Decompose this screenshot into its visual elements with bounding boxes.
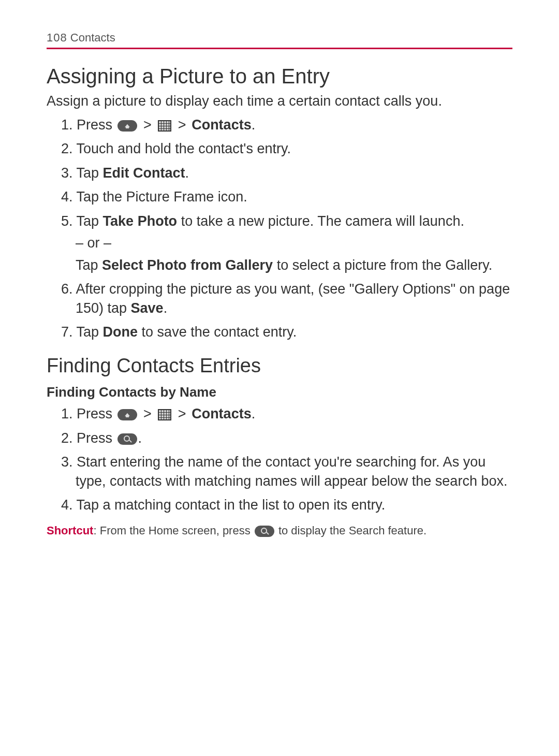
page-number: 108 xyxy=(47,31,67,44)
step-bold: Edit Contact xyxy=(103,165,185,181)
step-text: Touch and hold the contact's entry. xyxy=(77,141,291,156)
step-bold: Done xyxy=(103,324,138,340)
step-text: to select a picture from the Gallery. xyxy=(273,257,492,273)
shortcut-text: to display the Search feature. xyxy=(275,524,426,537)
step-number: 3. xyxy=(61,165,73,181)
step-bold: Contacts xyxy=(192,406,252,421)
shortcut-text: From the Home screen, press xyxy=(100,524,254,537)
step-text: Tap xyxy=(77,324,103,340)
step-bold: Save xyxy=(131,300,164,316)
step-bold: Contacts xyxy=(192,117,252,133)
step-text: Tap xyxy=(77,165,103,181)
step-text: Press xyxy=(77,117,116,133)
shortcut-sep: : xyxy=(93,524,99,537)
shortcut-label: Shortcut xyxy=(47,524,93,537)
page-header: 108 Contacts xyxy=(47,31,512,49)
step-number: 2. xyxy=(61,430,73,446)
step-text: Tap a matching contact in the list to op… xyxy=(77,497,386,513)
heading-finding-contacts: Finding Contacts Entries xyxy=(47,355,512,377)
chevron-right-icon: > xyxy=(174,117,190,133)
step-number: 4. xyxy=(61,497,73,513)
step-number: 6. xyxy=(61,281,73,297)
step-4: 4. Tap the Picture Frame icon. xyxy=(61,187,512,206)
or-separator: – or – xyxy=(76,234,512,252)
step-number: 1. xyxy=(61,406,73,421)
home-button-icon xyxy=(117,409,137,420)
steps-finding-contacts: 1. Press > > Contacts. 2. Press . 3. Sta… xyxy=(47,404,512,514)
step-bold: Select Photo from Gallery xyxy=(102,257,273,273)
step-number: 4. xyxy=(61,189,73,205)
apps-grid-icon xyxy=(158,409,171,420)
chevron-right-icon: > xyxy=(140,406,156,421)
step-text: . xyxy=(164,300,168,316)
step-text: Press xyxy=(77,430,116,446)
step-text: Start entering the name of the contact y… xyxy=(76,454,507,488)
step-text: . xyxy=(138,430,142,446)
step-3: 3. Tap Edit Contact. xyxy=(61,164,512,182)
step-text: Tap xyxy=(77,213,103,229)
subheading-finding-by-name: Finding Contacts by Name xyxy=(47,384,512,400)
step-text: to save the contact entry. xyxy=(138,324,297,340)
step-2: 2. Press . xyxy=(61,429,512,447)
step-number: 1. xyxy=(61,117,73,133)
step-alt: Tap Select Photo from Gallery to select … xyxy=(76,256,512,274)
search-button-icon xyxy=(117,433,137,445)
step-number: 5. xyxy=(61,213,73,229)
intro-text: Assign a picture to display each time a … xyxy=(47,93,512,109)
step-number: 2. xyxy=(61,141,73,156)
step-text: Press xyxy=(77,406,116,421)
step-text: Tap xyxy=(76,257,102,273)
step-6: 6. After cropping the picture as you wan… xyxy=(61,280,512,317)
step-text: to take a new picture. The camera will l… xyxy=(177,213,464,229)
step-bold: Take Photo xyxy=(103,213,178,229)
step-3: 3. Start entering the name of the contac… xyxy=(61,453,512,490)
shortcut-note: Shortcut: From the Home screen, press to… xyxy=(47,524,512,537)
home-button-icon xyxy=(117,120,137,132)
step-number: 7. xyxy=(61,324,73,340)
heading-assigning-picture: Assigning a Picture to an Entry xyxy=(47,65,512,88)
apps-grid-icon xyxy=(158,120,171,132)
step-2: 2. Touch and hold the contact's entry. xyxy=(61,139,512,158)
chevron-right-icon: > xyxy=(174,406,190,421)
step-1: 1. Press > > Contacts. xyxy=(61,115,512,134)
step-7: 7. Tap Done to save the contact entry. xyxy=(61,323,512,341)
search-button-icon xyxy=(255,526,274,537)
step-text: Tap the Picture Frame icon. xyxy=(77,189,247,205)
chevron-right-icon: > xyxy=(140,117,156,133)
manual-page: 108 Contacts Assigning a Picture to an E… xyxy=(0,0,559,537)
step-text: . xyxy=(252,406,256,421)
step-1: 1. Press > > Contacts. xyxy=(61,404,512,423)
step-number: 3. xyxy=(61,454,73,470)
step-text: . xyxy=(252,117,256,133)
steps-assigning-picture: 1. Press > > Contacts. 2. Touch and hold… xyxy=(47,115,512,341)
step-5: 5. Tap Take Photo to take a new picture.… xyxy=(61,212,512,274)
section-title: Contacts xyxy=(70,31,115,44)
step-4: 4. Tap a matching contact in the list to… xyxy=(61,496,512,514)
step-text: . xyxy=(185,165,189,181)
